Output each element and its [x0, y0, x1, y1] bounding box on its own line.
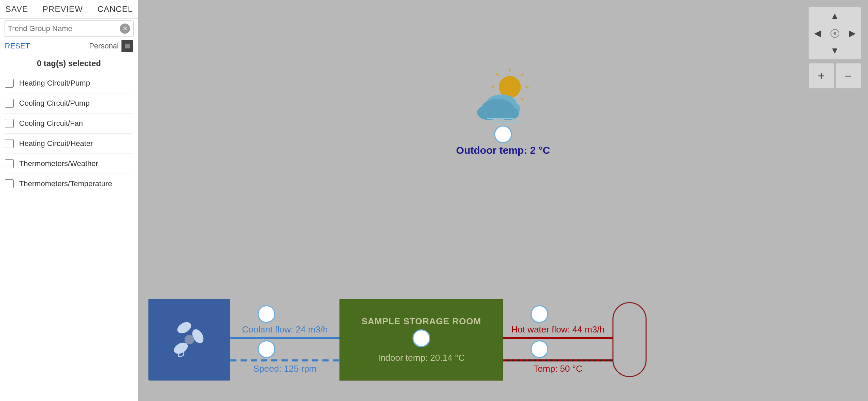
- coolant-sensor-top-wrap: [258, 305, 275, 323]
- svg-line-9: [496, 73, 499, 76]
- coolant-sensor-bottom-wrap: [258, 340, 275, 358]
- coolant-section: Coolant flow: 24 m3/h Speed: 125 rpm: [230, 305, 339, 374]
- tag-label: Cooling Circuit/Pump: [19, 99, 90, 108]
- nav-left-button[interactable]: ◀: [809, 25, 826, 42]
- svg-text:D: D: [177, 347, 185, 359]
- tag-list-item[interactable]: Heating Circuit/Heater: [5, 133, 133, 153]
- top-bar: SAVE PREVIEW CANCEL: [0, 0, 138, 19]
- hot-sensor-top: [531, 305, 548, 323]
- storage-sensor-wrap: [413, 329, 430, 347]
- coolant-pipe-top: [230, 337, 339, 339]
- nav-down-button[interactable]: ▼: [826, 42, 843, 59]
- nav-up-button[interactable]: ▲: [826, 7, 843, 25]
- speed-label: Speed: 125 rpm: [253, 363, 316, 374]
- reset-button[interactable]: RESET: [5, 42, 30, 50]
- coolant-sensor-top: [258, 305, 275, 323]
- svg-point-22: [185, 335, 194, 344]
- hot-sensor-top-wrap: [531, 305, 548, 323]
- svg-point-16: [497, 106, 519, 120]
- storage-sensor: [413, 329, 430, 347]
- tag-list: Heating Circuit/PumpCooling Circuit/Pump…: [0, 73, 138, 194]
- hot-sensor-bottom: [531, 340, 548, 358]
- svg-rect-1: [125, 44, 130, 48]
- boiler: [612, 302, 647, 377]
- coolant-sensor-bottom: [258, 340, 275, 358]
- weather-icon: [469, 68, 537, 123]
- tag-count-label: 0 tag(s) selected: [0, 55, 138, 73]
- svg-line-6: [521, 73, 523, 76]
- tag-label: Thermometers/Temperature: [19, 179, 112, 188]
- hot-sensor-bottom-wrap: [531, 340, 548, 358]
- tag-list-item[interactable]: Thermometers/Weather: [5, 153, 133, 174]
- save-button[interactable]: SAVE: [5, 4, 28, 14]
- tag-checkbox[interactable]: [5, 119, 14, 128]
- indoor-temp-label: Indoor temp: 20.14 °C: [378, 353, 465, 363]
- coolant-pipe-bottom: [230, 359, 339, 361]
- hot-pipe-top: [503, 337, 612, 339]
- search-input[interactable]: [8, 24, 120, 33]
- fan-icon: D: [167, 317, 212, 362]
- coolant-flow-label: Coolant flow: 24 m3/h: [242, 324, 328, 335]
- storage-room-title: SAMPLE STORAGE ROOM: [362, 316, 481, 327]
- tag-label: Heating Circuit/Heater: [19, 139, 93, 148]
- temp-label: Temp: 50 °C: [533, 363, 582, 374]
- personal-icon: [121, 40, 133, 52]
- personal-label: Personal: [89, 42, 119, 50]
- tag-checkbox[interactable]: [5, 179, 14, 188]
- nav-controls: ▲ ◀ ▶ ▼ + −: [808, 7, 861, 89]
- zoom-out-button[interactable]: −: [836, 63, 861, 89]
- zoom-controls: + −: [809, 63, 861, 89]
- hot-section: Hot water flow: 44 m3/h Temp: 50 °C: [503, 305, 612, 374]
- main-canvas: ▲ ◀ ▶ ▼ + −: [138, 0, 868, 401]
- tag-list-item[interactable]: Thermometers/Temperature: [5, 174, 133, 194]
- reset-row: RESET Personal: [0, 37, 138, 55]
- storage-room: SAMPLE STORAGE ROOM Indoor temp: 20.14 °…: [339, 299, 503, 381]
- equipment-area: D Coolant flow: 24 m3/h Speed: 125 rpm: [148, 299, 858, 381]
- cancel-button[interactable]: CANCEL: [98, 4, 133, 14]
- tag-list-item[interactable]: Cooling Circuit/Fan: [5, 113, 133, 133]
- hot-water-flow-label: Hot water flow: 44 m3/h: [511, 324, 604, 335]
- nav-pad: ▲ ◀ ▶ ▼: [808, 7, 861, 60]
- tag-list-item[interactable]: Cooling Circuit/Pump: [5, 93, 133, 113]
- tag-checkbox[interactable]: [5, 99, 14, 108]
- clear-search-button[interactable]: ✕: [120, 24, 130, 34]
- outdoor-temp-label: Outdoor temp: 2 °C: [456, 145, 550, 156]
- hot-pipe-bottom: [503, 359, 612, 361]
- tag-label: Thermometers/Weather: [19, 159, 98, 168]
- tag-label: Heating Circuit/Pump: [19, 79, 90, 88]
- tag-checkbox[interactable]: [5, 139, 14, 148]
- outdoor-sensor-row: [494, 125, 512, 143]
- fan-box: D: [148, 299, 230, 381]
- sidebar: SAVE PREVIEW CANCEL ✕ RESET Personal 0 t…: [0, 0, 138, 401]
- tag-checkbox[interactable]: [5, 79, 14, 88]
- svg-point-19: [175, 320, 193, 336]
- preview-button[interactable]: PREVIEW: [43, 4, 83, 14]
- weather-area: Outdoor temp: 2 °C: [456, 68, 550, 156]
- tag-checkbox[interactable]: [5, 159, 14, 168]
- svg-point-15: [477, 105, 500, 120]
- zoom-in-button[interactable]: +: [809, 63, 834, 89]
- svg-line-8: [521, 98, 523, 101]
- tag-list-item[interactable]: Heating Circuit/Pump: [5, 73, 133, 93]
- search-row: ✕: [4, 20, 134, 37]
- tag-label: Cooling Circuit/Fan: [19, 119, 83, 128]
- svg-point-3: [834, 32, 836, 35]
- nav-right-button[interactable]: ▶: [843, 25, 861, 42]
- outdoor-sensor: [494, 125, 512, 143]
- nav-center-button[interactable]: [826, 25, 843, 42]
